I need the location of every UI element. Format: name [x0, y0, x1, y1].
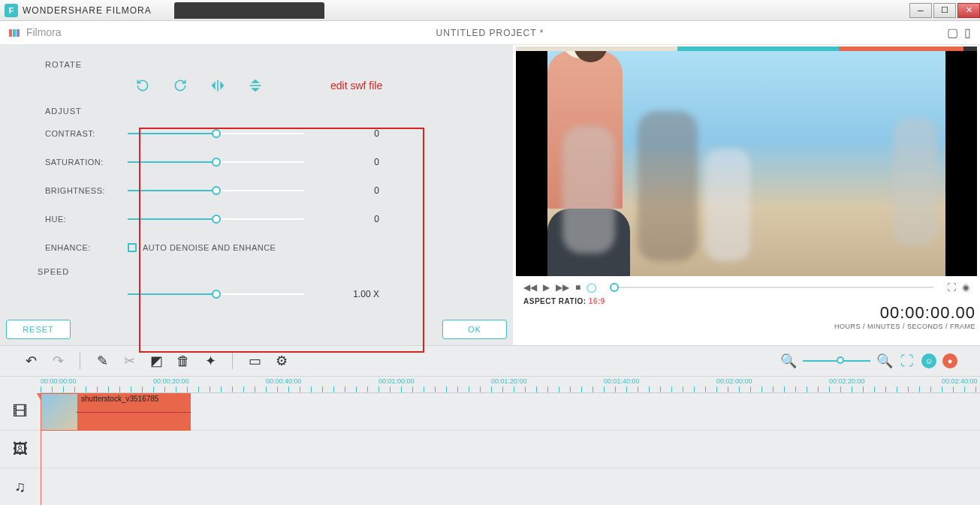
aspect-ratio-value: 16:9	[589, 297, 605, 305]
undo-icon[interactable]: ↶	[23, 353, 39, 369]
zoom-in-icon[interactable]: 🔍	[876, 353, 893, 369]
split-icon[interactable]: ✂	[121, 353, 137, 369]
edit-panel: ROTATE edit swf file ADJUST CONTRAST: 0 …	[0, 45, 513, 345]
settings-icon[interactable]: ⚙	[273, 353, 290, 369]
image-track-icon: 🖼	[0, 440, 41, 458]
save-icon[interactable]: ▢	[947, 26, 958, 40]
zoom-out-icon[interactable]: 🔍	[780, 353, 797, 369]
timecode-display: 00:00:00.00 HOURS / MINUTES / SECONDS / …	[834, 303, 980, 330]
saturation-label: SATURATION:	[45, 158, 128, 167]
brightness-label: BRIGHTNESS:	[45, 186, 128, 195]
rotate-ccw-icon[interactable]	[173, 78, 188, 93]
snapshot-icon[interactable]: ◉	[962, 282, 969, 293]
audio-track-icon: ♫	[0, 478, 41, 495]
project-title: UNTITLED PROJECT *	[436, 28, 544, 38]
svg-rect-1	[250, 85, 261, 86]
background-tab	[174, 2, 324, 19]
timeline-ruler[interactable]: 00:00:00:00 00:00:20:00 00:00:40:00 00:0…	[41, 377, 980, 393]
saturation-value: 0	[334, 157, 379, 167]
video-preview[interactable]	[516, 51, 977, 276]
contrast-label: CONTRAST:	[45, 129, 128, 138]
rotate-cw-icon[interactable]	[135, 78, 150, 93]
edit-icon[interactable]: ✎	[94, 353, 110, 369]
rewind-icon[interactable]: ◀◀	[523, 282, 537, 293]
contrast-value: 0	[334, 128, 379, 139]
play-icon[interactable]: ▶	[543, 282, 550, 293]
redo-icon[interactable]: ↷	[50, 353, 66, 369]
ruler-mark: 00:00:00:00	[41, 377, 77, 385]
record-voiceover-icon[interactable]: ▭	[246, 353, 263, 369]
ruler-mark: 00:01:00:00	[378, 377, 415, 385]
video-track-icon: 🎞	[0, 403, 41, 420]
forward-icon[interactable]: ▶▶	[556, 282, 569, 293]
delete-icon[interactable]: 🗑	[175, 353, 191, 369]
stop-icon[interactable]: ■	[575, 282, 580, 293]
ruler-mark: 00:02:00:00	[716, 377, 752, 385]
zoom-slider[interactable]	[803, 360, 870, 362]
ok-button[interactable]: OK	[442, 320, 507, 339]
clip-thumbnail	[41, 394, 77, 430]
separator	[80, 353, 80, 369]
image-track[interactable]: 🖼	[0, 431, 980, 468]
timecode-value: 00:00:00.00	[834, 303, 975, 323]
color-icon[interactable]: ✦	[202, 353, 219, 369]
timecode-legend: HOURS / MINUTES / SECONDS / FRAME	[834, 323, 975, 330]
timeline: 00:00:00:00 00:00:20:00 00:00:40:00 00:0…	[0, 377, 980, 505]
audio-track[interactable]: ♫	[0, 468, 980, 505]
svg-rect-0	[217, 80, 219, 92]
ruler-mark: 00:01:20:00	[491, 377, 527, 385]
ruler-mark: 00:02:20:00	[829, 377, 865, 385]
brightness-slider[interactable]	[128, 190, 304, 191]
hue-slider[interactable]	[128, 218, 304, 220]
clip-name: shutterstock_v3516785	[78, 393, 161, 404]
aspect-ratio-label: ASPECT RATIO:	[523, 297, 586, 305]
app-icon: F	[5, 4, 18, 17]
ruler-mark: 00:02:40:00	[942, 377, 978, 385]
app-logo: Filmora	[9, 26, 62, 39]
brightness-value: 0	[334, 185, 379, 196]
record-icon[interactable]: ◯	[586, 282, 596, 293]
enhance-label: ENHANCE:	[45, 243, 128, 252]
video-track[interactable]: 🎞 shutterstock_v3516785	[0, 393, 980, 431]
ruler-mark: 00:01:40:00	[604, 377, 640, 385]
flip-vertical-icon[interactable]	[248, 78, 263, 93]
speed-slider[interactable]	[128, 293, 304, 295]
timeline-toolbar: ↶ ↷ ✎ ✂ ◩ 🗑 ✦ ▭ ⚙ 🔍 🔍 ⛶ ☺ ●	[0, 345, 980, 377]
fullscreen-icon[interactable]: ⛶	[947, 282, 956, 293]
auto-enhance-checkbox[interactable]	[128, 243, 137, 252]
warning-icon[interactable]: ●	[942, 353, 957, 368]
flip-horizontal-icon[interactable]	[210, 78, 225, 93]
app-title: WONDERSHARE FILMORA	[23, 5, 152, 16]
video-clip[interactable]: shutterstock_v3516785	[41, 393, 191, 431]
separator	[232, 353, 233, 369]
window-minimize-button[interactable]: ─	[909, 3, 932, 18]
window-maximize-button[interactable]: ☐	[933, 3, 956, 18]
auto-enhance-label: AUTO DENOISE AND ENHANCE	[143, 243, 276, 252]
crop-icon[interactable]: ◩	[148, 353, 164, 369]
saturation-slider[interactable]	[128, 161, 304, 163]
playback-progress[interactable]	[610, 287, 933, 288]
window-close-button[interactable]: ✕	[957, 3, 980, 18]
preview-panel: ◀◀ ▶ ▶▶ ■ ◯ ⛶ ◉ ASPECT RATIO: 16:9	[513, 45, 980, 345]
app-header: Filmora UNTITLED PROJECT * ▢ ▯	[0, 21, 980, 45]
speed-value: 1.00 X	[334, 289, 379, 299]
annotation-text: edit swf file	[330, 80, 382, 92]
rotate-section-label: ROTATE	[45, 60, 490, 69]
adjust-section-label: ADJUST	[45, 107, 490, 116]
hue-value: 0	[334, 214, 379, 224]
reset-button[interactable]: RESET	[6, 320, 71, 339]
export-icon[interactable]: ▯	[964, 26, 971, 40]
hue-label: HUE:	[45, 215, 128, 224]
help-icon[interactable]: ☺	[921, 353, 936, 368]
speed-section-label: SPEED	[38, 267, 490, 276]
window-titlebar: F WONDERSHARE FILMORA ─ ☐ ✕	[0, 0, 980, 21]
contrast-slider[interactable]	[128, 133, 304, 134]
ruler-mark: 00:00:20:00	[153, 377, 189, 385]
ruler-mark: 00:00:40:00	[266, 377, 302, 385]
fit-icon[interactable]: ⛶	[899, 353, 915, 369]
